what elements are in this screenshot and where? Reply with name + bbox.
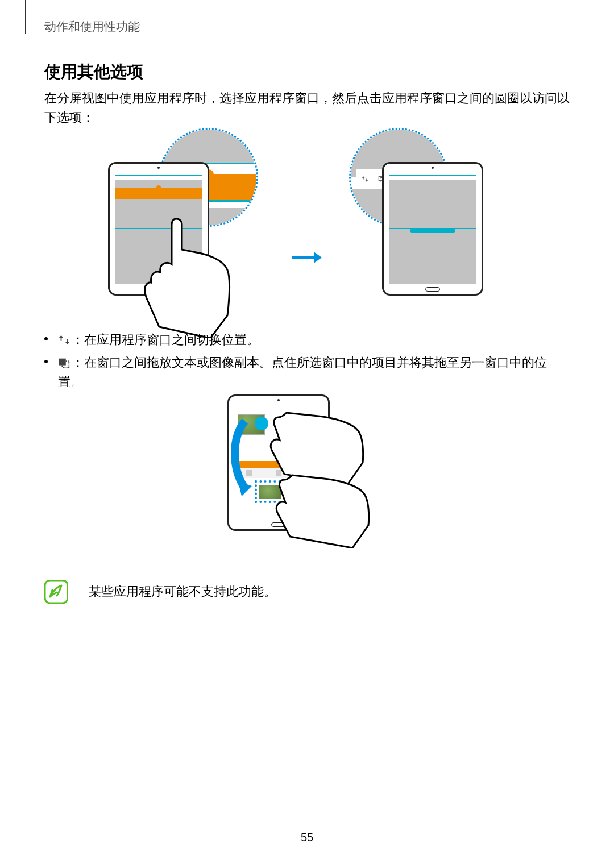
drag-content-icon bbox=[58, 355, 70, 368]
hand-pointer-bottom bbox=[267, 468, 370, 548]
note-callout: 某些应用程序可能不支持此功能。 bbox=[44, 580, 570, 604]
bullet-dot bbox=[44, 337, 48, 340]
section-body: 在分屏视图中使用应用程序时，选择应用程序窗口，然后点击应用程序窗口之间的圆圈以访… bbox=[44, 89, 570, 127]
note-icon bbox=[44, 580, 68, 604]
arrow-icon bbox=[291, 251, 323, 267]
figure-right-unit bbox=[340, 128, 511, 315]
figure-left-unit bbox=[103, 128, 274, 315]
page-number: 55 bbox=[0, 831, 614, 844]
section-title: 使用其他选项 bbox=[44, 61, 143, 84]
drag-arrow-icon bbox=[228, 419, 262, 487]
tablet-right bbox=[382, 162, 483, 296]
breadcrumb: 动作和使用性功能 bbox=[44, 19, 140, 35]
bullet-list: ：在应用程序窗口之间切换位置。 ：在窗口之间拖放文本或图像副本。点住所选窗口中的… bbox=[44, 330, 570, 395]
bullet-dot bbox=[44, 360, 48, 363]
figure-split-screen-circle bbox=[0, 128, 614, 321]
bullet-text: ：在应用程序窗口之间切换位置。 bbox=[72, 333, 259, 347]
figure-drag-drop bbox=[0, 394, 614, 543]
bullet-text: ：在窗口之间拖放文本或图像副本。点住所选窗口中的项目并将其拖至另一窗口中的位置。 bbox=[58, 355, 547, 389]
swap-icon bbox=[58, 333, 70, 345]
note-text: 某些应用程序可能不支持此功能。 bbox=[89, 583, 276, 600]
list-item: ：在窗口之间拖放文本或图像副本。点住所选窗口中的项目并将其拖至另一窗口中的位置。 bbox=[44, 353, 570, 392]
page-margin-rule bbox=[25, 0, 26, 34]
list-item: ：在应用程序窗口之间切换位置。 bbox=[44, 330, 570, 350]
hand-pointer-left bbox=[142, 213, 233, 338]
swap-icon bbox=[361, 175, 369, 183]
